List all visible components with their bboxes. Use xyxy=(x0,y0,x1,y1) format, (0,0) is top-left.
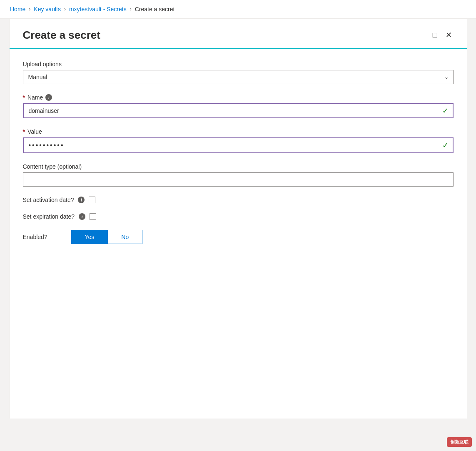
panel-body: Upload options Manual Certificate ⌄ * Na… xyxy=(10,49,467,256)
expiration-date-label: Set expiration date? xyxy=(23,213,75,220)
breadcrumb-sep-2: › xyxy=(64,6,66,12)
enabled-no-button[interactable]: No xyxy=(107,230,142,244)
name-input-wrapper: ✓ xyxy=(23,103,454,118)
value-input-wrapper: ✓ xyxy=(23,137,454,153)
upload-options-label: Upload options xyxy=(23,61,454,67)
expiration-date-info-icon[interactable]: i xyxy=(79,213,85,220)
maximize-button[interactable]: □ xyxy=(431,29,439,41)
activation-date-label: Set activation date? xyxy=(23,197,74,203)
name-required-star: * xyxy=(23,94,25,101)
name-input[interactable] xyxy=(23,103,454,118)
content-type-input[interactable] xyxy=(23,172,454,187)
name-label-text: Name xyxy=(27,94,43,101)
breadcrumb-secrets[interactable]: mxytestvault - Secrets xyxy=(69,6,127,12)
value-label-text: Value xyxy=(27,128,42,135)
breadcrumb-current: Create a secret xyxy=(135,6,175,12)
close-button[interactable]: ✕ xyxy=(444,29,454,41)
breadcrumb-sep-3: › xyxy=(130,6,132,12)
enabled-toggle-buttons: Yes No xyxy=(71,230,143,244)
value-group: * Value ✓ xyxy=(23,128,454,153)
enabled-yes-button[interactable]: Yes xyxy=(72,230,108,244)
value-label: * Value xyxy=(23,128,454,135)
upload-options-select-wrapper: Manual Certificate ⌄ xyxy=(23,70,454,84)
create-secret-panel: Create a secret □ ✕ Upload options Manua… xyxy=(9,19,467,419)
expiration-date-checkbox[interactable] xyxy=(90,213,96,220)
breadcrumb: Home › Key vaults › mxytestvault - Secre… xyxy=(0,0,476,19)
enabled-label: Enabled? xyxy=(23,234,65,240)
breadcrumb-home[interactable]: Home xyxy=(10,6,25,12)
content-type-group: Content type (optional) xyxy=(23,163,454,187)
panel-header-actions: □ ✕ xyxy=(431,29,454,41)
panel-header: Create a secret □ ✕ xyxy=(10,19,467,49)
panel-title: Create a secret xyxy=(23,29,100,42)
activation-date-row: Set activation date? i xyxy=(23,197,454,203)
watermark: 创新互联 xyxy=(447,437,472,447)
value-required-star: * xyxy=(23,128,25,135)
enabled-group: Enabled? Yes No xyxy=(23,230,454,244)
name-info-icon[interactable]: i xyxy=(45,94,52,101)
panel-overlay: Create a secret □ ✕ Upload options Manua… xyxy=(0,19,476,451)
value-input[interactable] xyxy=(23,137,454,153)
activation-date-info-icon[interactable]: i xyxy=(78,197,85,203)
upload-options-group: Upload options Manual Certificate ⌄ xyxy=(23,61,454,84)
content-type-label: Content type (optional) xyxy=(23,163,454,170)
activation-date-checkbox[interactable] xyxy=(89,197,95,203)
name-group: * Name i ✓ xyxy=(23,94,454,118)
expiration-date-row: Set expiration date? i xyxy=(23,213,454,220)
breadcrumb-sep-1: › xyxy=(29,6,30,12)
breadcrumb-keyvaults[interactable]: Key vaults xyxy=(34,6,61,12)
name-label: * Name i xyxy=(23,94,454,101)
upload-options-select[interactable]: Manual Certificate xyxy=(23,70,454,84)
